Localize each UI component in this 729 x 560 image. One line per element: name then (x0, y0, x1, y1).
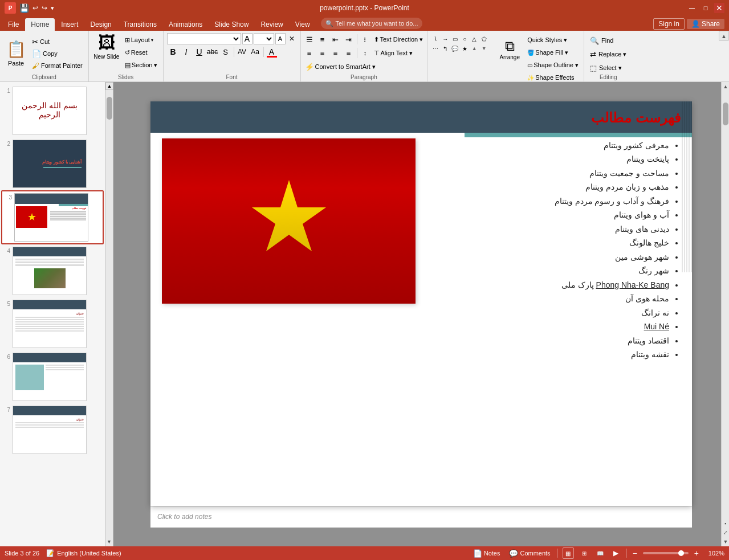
shape-effects-button[interactable]: ✨ Shape Effects (526, 72, 580, 83)
slide-canvas[interactable]: فهرست مطالب معرفی کشور ویتنام پایتخت ویت… (150, 101, 692, 506)
slide-item[interactable]: 7 عنوان (0, 403, 105, 456)
increase-indent-button[interactable]: ⇥ (343, 33, 355, 46)
notes-area[interactable]: Click to add notes (150, 506, 692, 528)
format-painter-button[interactable]: 🖌 Format Painter (30, 60, 85, 71)
slide-thumbnail[interactable]: آشنایی با کشور ویتنام (13, 140, 87, 188)
tab-home[interactable]: Home (25, 18, 55, 31)
scroll-fit-btn[interactable]: ▪ (722, 519, 730, 528)
zoom-in-btn[interactable]: + (693, 549, 700, 558)
vietnam-flag[interactable] (162, 138, 416, 304)
slide-panel-scrollbar[interactable]: ▲ ▼ (105, 82, 113, 546)
zoom-out-btn[interactable]: − (632, 549, 638, 558)
slide-thumbnail[interactable]: بسم الله الرحمن الرحیم (13, 87, 87, 135)
tab-slideshow[interactable]: Slide Show (209, 18, 254, 31)
slide-sorter-btn[interactable]: ⊞ (579, 547, 590, 559)
shape-pentagon-icon[interactable]: ⬠ (479, 34, 488, 43)
redo-icon[interactable]: ↪ (42, 4, 47, 12)
decrease-indent-button[interactable]: ⇤ (329, 33, 342, 46)
tab-review[interactable]: Review (255, 18, 288, 31)
scroll-bottom-arrow[interactable]: ▼ (722, 537, 729, 546)
slide-item[interactable]: 2 آشنایی با کشور ویتنام (0, 137, 105, 190)
minimize-btn[interactable]: ─ (687, 3, 697, 13)
tab-view[interactable]: View (290, 18, 316, 31)
align-left-button[interactable]: ≡ (303, 47, 316, 59)
slide-thumbnail[interactable]: عنوان (13, 406, 87, 454)
tab-file[interactable]: File (2, 18, 25, 31)
strikethrough-button[interactable]: abc (206, 46, 219, 58)
shape-rect-icon[interactable]: ▭ (450, 34, 459, 43)
text-case-button[interactable]: Aa (249, 46, 262, 58)
paste-button[interactable]: 📋 Paste (3, 36, 28, 70)
font-color-button[interactable]: A (266, 46, 278, 58)
select-button[interactable]: ⬚ Select ▾ (588, 62, 629, 74)
italic-button[interactable]: I (180, 46, 193, 58)
slide-item-active[interactable]: 3 ★ فهرست مطالب (1, 190, 104, 244)
zoom-percent-label[interactable]: 102% (704, 550, 724, 557)
scroll-thumb[interactable] (107, 97, 112, 120)
underline-button[interactable]: U (193, 46, 206, 58)
zoom-thumb[interactable] (678, 550, 684, 556)
tab-insert[interactable]: Insert (55, 18, 84, 31)
workspace-scrollbar-right[interactable]: ▲ ▪ ⤢ ▼ (721, 82, 729, 546)
scroll-thumb-right[interactable] (723, 103, 728, 125)
numbering-button[interactable]: ≡ (316, 33, 329, 46)
slide-title[interactable]: فهرست مطالب (591, 110, 681, 126)
slide-thumbnail[interactable]: عنوان (13, 300, 87, 348)
slide-item[interactable]: 5 عنوان (0, 297, 105, 350)
shape-line-icon[interactable]: \ (431, 34, 440, 43)
ribbon-collapse-btn[interactable]: ▲ (719, 31, 729, 41)
scroll-expand-btn[interactable]: ⤢ (722, 528, 730, 537)
scroll-top-arrow[interactable]: ▲ (722, 82, 729, 91)
shape-callout-icon[interactable]: 💬 (450, 44, 459, 53)
comments-button[interactable]: 💬 Comments (507, 549, 552, 558)
slide-thumbnail[interactable] (13, 247, 87, 295)
slide-item[interactable]: 1 بسم الله الرحمن الرحیم (0, 84, 105, 137)
tab-design[interactable]: Design (84, 18, 117, 31)
normal-view-btn[interactable]: ▦ (563, 547, 574, 559)
char-spacing-button[interactable]: AV (236, 46, 249, 58)
font-name-select[interactable] (167, 33, 241, 44)
text-direction-button[interactable]: ⬆ Text Direction ▾ (372, 33, 425, 46)
arrange-button[interactable]: ⧉ Arrange (497, 33, 522, 65)
slide-item[interactable]: 6 (0, 350, 105, 403)
tab-animations[interactable]: Animations (163, 18, 208, 31)
shape-arrow-icon[interactable]: → (441, 34, 450, 43)
shape-outline-button[interactable]: ▭ Shape Outline ▾ (526, 59, 580, 71)
tab-transitions[interactable]: Transitions (118, 18, 162, 31)
cut-button[interactable]: ✂ Cut (30, 36, 85, 47)
replace-button[interactable]: ⇄ Replace ▾ (588, 48, 629, 60)
bold-button[interactable]: B (167, 46, 180, 58)
font-size-decrease-btn[interactable]: A (242, 33, 252, 44)
section-button[interactable]: ▤ Section ▾ (123, 59, 160, 71)
shape-curved-arrow-icon[interactable]: ↰ (441, 44, 450, 53)
justify-button[interactable]: ≡ (343, 47, 355, 59)
slide-item[interactable]: 4 (0, 244, 105, 297)
slide-content-list[interactable]: معرفی کشور ویتنام پایتخت ویتنام مساحت و … (424, 138, 681, 362)
shape-more-icon[interactable]: ⋯ (431, 44, 440, 53)
clear-format-btn[interactable]: ✕ (287, 33, 297, 44)
zoom-slider[interactable] (643, 552, 689, 554)
layout-button[interactable]: ⊞ Layout ▾ (123, 34, 160, 46)
slideshow-view-btn[interactable]: ▶ (610, 547, 622, 559)
undo-icon[interactable]: ↩ (32, 4, 38, 12)
slide-panel-scroll-up[interactable]: ▲ (105, 82, 113, 90)
align-right-button[interactable]: ≡ (329, 47, 342, 59)
align-center-button[interactable]: ≡ (316, 47, 329, 59)
shape-fill-button[interactable]: 🪣 Shape Fill ▾ (526, 47, 580, 58)
scroll-down-arrow[interactable]: ▼ (105, 537, 113, 546)
text-shadow-button[interactable]: S (219, 46, 232, 58)
shape-star-icon[interactable]: ★ (460, 44, 469, 53)
save-icon[interactable]: 💾 (19, 3, 29, 13)
shape-scroll-up-icon[interactable]: ▲ (470, 44, 479, 53)
reset-button[interactable]: ↺ Reset (123, 47, 160, 58)
find-button[interactable]: 🔍 Find (588, 34, 629, 47)
align-text-button[interactable]: ⊤ Align Text ▾ (372, 47, 415, 59)
line-spacing-button[interactable]: ↕ (359, 47, 372, 59)
new-slide-button[interactable]: 🖼 New Slide (92, 32, 121, 61)
font-size-select[interactable] (254, 33, 274, 44)
language-indicator[interactable]: 📝 English (United States) (46, 549, 121, 557)
close-btn[interactable]: ✕ (714, 3, 724, 13)
copy-button[interactable]: 📄 Copy (30, 48, 85, 59)
font-size-up-btn[interactable]: A (275, 33, 286, 44)
maximize-btn[interactable]: □ (701, 3, 711, 13)
